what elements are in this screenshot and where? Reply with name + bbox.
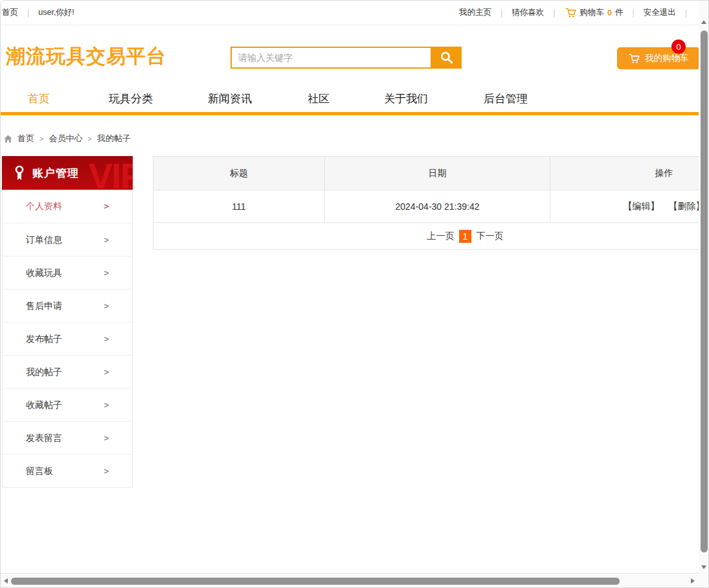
sidebar-menu: 个人资料 > 订单信息 > 收藏玩具 > 售后申请 > 发布帖子 > — [2, 190, 133, 488]
horizontal-scrollbar-thumb[interactable] — [11, 578, 620, 585]
sidebar-item-profile[interactable]: 个人资料 > — [3, 190, 132, 223]
breadcrumb-separator: > — [39, 135, 43, 142]
home-icon — [4, 135, 12, 143]
my-homepage-link[interactable]: 我的主页 — [459, 7, 491, 18]
topbar-divider: | — [553, 8, 555, 17]
edit-link[interactable]: 【编辑】 — [624, 201, 660, 211]
table-row: 111 2024-04-30 21:39:42 【编辑】 【删除】 — [153, 190, 699, 223]
post-date-cell: 2024-04-30 21:39:42 — [325, 190, 550, 223]
nav-item-community[interactable]: 社区 — [308, 91, 330, 106]
topbar-divider: | — [633, 8, 635, 17]
breadcrumb-home[interactable]: 首页 — [17, 133, 34, 144]
scroll-up-arrow-icon[interactable] — [701, 20, 706, 24]
nav-item-admin[interactable]: 后台管理 — [484, 91, 528, 106]
search-input[interactable] — [231, 47, 432, 69]
vertical-scrollbar[interactable] — [699, 1, 709, 574]
topbar-cart-count: 0 — [607, 8, 612, 17]
chevron-right-icon: > — [104, 356, 109, 389]
table-header-row: 标题 日期 操作 — [153, 157, 699, 190]
guess-you-like-link[interactable]: 猜你喜欢 — [512, 7, 544, 18]
chevron-right-icon: > — [104, 322, 109, 356]
sidebar-item-label: 留言板 — [26, 466, 53, 476]
sidebar-title: 账户管理 — [32, 166, 79, 181]
breadcrumb-my-posts: 我的帖子 — [97, 133, 131, 144]
column-header-actions: 操作 — [550, 157, 699, 190]
search-bar — [231, 47, 462, 69]
topbar-cart-label: 购物车 — [580, 7, 605, 18]
sidebar-item-my-posts[interactable]: 我的帖子 > — [3, 355, 132, 388]
search-button[interactable] — [432, 47, 462, 69]
logout-link[interactable]: 安全退出 — [644, 7, 676, 18]
top-utility-bar: 首页 | user,你好! 我的主页 | 猜你喜欢 | 购物车0件 | — [1, 1, 699, 25]
chevron-right-icon: > — [104, 190, 109, 223]
sidebar-item-label: 发表留言 — [26, 433, 62, 443]
my-cart-button-label: 我的购物车 — [645, 52, 689, 64]
my-cart-button[interactable]: 我的购物车 0 — [617, 47, 699, 69]
scroll-down-arrow-icon[interactable] — [701, 565, 706, 569]
cart-icon — [628, 53, 640, 64]
sidebar-item-post-message[interactable]: 发表留言 > — [3, 421, 132, 454]
posts-table: 标题 日期 操作 111 2024-04-30 21:39:42 【编辑】 【删… — [153, 156, 699, 223]
sidebar-item-label: 发布帖子 — [26, 334, 62, 344]
sidebar-item-favorite-toys[interactable]: 收藏玩具 > — [3, 256, 132, 289]
scroll-left-arrow-icon[interactable] — [4, 578, 8, 583]
vip-watermark: VIP — [89, 156, 133, 190]
sidebar-item-publish-post[interactable]: 发布帖子 > — [3, 322, 132, 355]
sidebar-header: 账户管理 VIP — [2, 156, 133, 190]
delete-link[interactable]: 【删除】 — [668, 201, 699, 211]
sidebar-item-after-sales[interactable]: 售后申请 > — [3, 289, 132, 322]
post-actions-cell: 【编辑】 【删除】 — [550, 190, 699, 223]
post-title-cell: 111 — [153, 190, 325, 223]
medal-icon — [12, 164, 27, 181]
sidebar-item-label: 收藏玩具 — [26, 267, 62, 278]
scrollbar-corner — [699, 574, 709, 588]
topbar-divider: | — [685, 8, 687, 17]
cart-count-badge: 0 — [671, 40, 686, 54]
breadcrumb-member-center[interactable]: 会员中心 — [49, 133, 82, 144]
next-page-link[interactable]: 下一页 — [476, 231, 503, 242]
browser-page: 首页 | user,你好! 我的主页 | 猜你喜欢 | 购物车0件 | — [0, 0, 709, 588]
nav-item-about-us[interactable]: 关于我们 — [384, 91, 428, 106]
sidebar-item-label: 我的帖子 — [26, 367, 62, 377]
cart-icon — [565, 7, 577, 18]
breadcrumb: 首页 > 会员中心 > 我的帖子 — [4, 133, 131, 144]
chevron-right-icon: > — [104, 223, 109, 256]
chevron-right-icon: > — [104, 455, 109, 488]
pagination: 上一页 1 下一页 — [153, 223, 699, 250]
current-page-indicator: 1 — [459, 230, 472, 243]
nav-item-news[interactable]: 新闻资讯 — [208, 91, 252, 106]
column-header-date: 日期 — [325, 157, 550, 190]
sidebar-item-label: 个人资料 — [26, 201, 62, 211]
topbar-right: 我的主页 | 猜你喜欢 | 购物车0件 | 安全退出 | — [459, 1, 696, 25]
nav-underline-bar — [1, 112, 699, 115]
user-greeting: user,你好! — [38, 7, 74, 18]
sidebar-item-label: 售后申请 — [26, 300, 62, 311]
page-viewport: 首页 | user,你好! 我的主页 | 猜你喜欢 | 购物车0件 | — [1, 1, 699, 574]
breadcrumb-separator: > — [87, 135, 91, 142]
sidebar-item-message-board[interactable]: 留言板 > — [3, 454, 132, 487]
sidebar-item-label: 订单信息 — [26, 234, 62, 245]
topbar-home-link[interactable]: 首页 — [2, 7, 18, 18]
topbar-cart-unit: 件 — [615, 7, 624, 18]
my-posts-panel: 标题 日期 操作 111 2024-04-30 21:39:42 【编辑】 【删… — [153, 156, 699, 250]
chevron-right-icon: > — [104, 256, 109, 289]
prev-page-link[interactable]: 上一页 — [427, 231, 455, 242]
chevron-right-icon: > — [104, 289, 109, 322]
scroll-right-arrow-icon[interactable] — [691, 578, 695, 583]
column-header-title: 标题 — [153, 157, 325, 190]
topbar-left: 首页 | user,你好! — [2, 1, 74, 25]
topbar-divider: | — [501, 8, 502, 17]
topbar-divider: | — [27, 8, 29, 17]
topbar-cart-link[interactable]: 购物车0件 — [565, 7, 624, 18]
sidebar-item-label: 收藏帖子 — [26, 400, 62, 410]
search-icon — [440, 51, 454, 65]
sidebar-item-orders[interactable]: 订单信息 > — [3, 223, 132, 256]
chevron-right-icon: > — [104, 389, 109, 422]
nav-item-toy-categories[interactable]: 玩具分类 — [109, 91, 153, 106]
site-logo[interactable]: 潮流玩具交易平台 — [6, 43, 166, 70]
sidebar-item-favorite-posts[interactable]: 收藏帖子 > — [3, 388, 132, 421]
main-nav: 首页 玩具分类 新闻资讯 社区 关于我们 后台管理 — [1, 90, 699, 112]
vertical-scrollbar-thumb[interactable] — [701, 30, 708, 552]
horizontal-scrollbar[interactable] — [1, 574, 699, 588]
nav-item-home[interactable]: 首页 — [28, 91, 50, 106]
